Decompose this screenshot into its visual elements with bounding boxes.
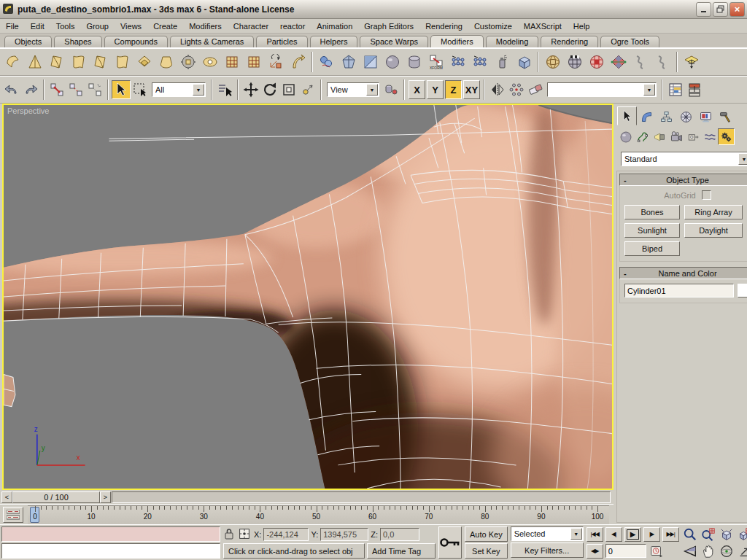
time-slider-track[interactable] — [112, 491, 611, 503]
geometry-category[interactable] — [617, 128, 634, 145]
sphere-red-grid-icon[interactable] — [586, 50, 608, 74]
mesh-points-icon[interactable] — [447, 50, 469, 74]
cylinder-cap-icon[interactable] — [403, 50, 425, 74]
absolute-mode-icon[interactable] — [237, 526, 252, 542]
menu-item-edit[interactable]: Edit — [25, 19, 50, 34]
time-slider-prev-button[interactable]: < — [1, 491, 12, 503]
sphere-wire-icon[interactable] — [542, 50, 564, 74]
field-of-view-button[interactable] — [682, 544, 698, 559]
bind-to-space-warp-button[interactable] — [85, 80, 104, 99]
chevron-down-icon[interactable]: ▼ — [193, 84, 204, 96]
object-color-swatch[interactable] — [738, 284, 747, 298]
select-object-button[interactable] — [112, 80, 131, 99]
key-mode-toggle-button[interactable]: ◀▶ — [587, 544, 603, 559]
motion-tab[interactable] — [676, 108, 696, 125]
zoom-extents-all-button[interactable] — [737, 527, 747, 542]
selection-lock-icon[interactable] — [223, 527, 235, 542]
sunlight-button[interactable]: Sunlight — [624, 223, 680, 238]
menu-item-customize[interactable]: Customize — [468, 19, 518, 34]
restrict-xy-plane-button[interactable]: XY — [463, 80, 480, 99]
modify-tab[interactable] — [637, 108, 657, 125]
unlink-selection-button[interactable] — [66, 80, 85, 99]
spline-ik-icon[interactable] — [630, 50, 651, 74]
go-to-start-button[interactable]: |◀◀ — [587, 527, 603, 542]
system-type-dropdown[interactable]: Standard ▼ — [621, 152, 747, 166]
menu-item-file[interactable]: File — [0, 19, 25, 34]
tab-shapes[interactable]: Shapes — [54, 36, 101, 47]
zoom-all-button[interactable] — [700, 527, 716, 542]
shapes-category[interactable] — [634, 128, 651, 145]
key-filters-button[interactable]: Key Filters... — [511, 542, 584, 558]
systems-category[interactable] — [718, 128, 735, 145]
time-slider-button[interactable]: 0 / 100 — [12, 491, 100, 503]
menu-item-maxscript[interactable]: MAXScript — [518, 19, 568, 34]
spline-ik-2-icon[interactable] — [651, 50, 673, 74]
viewport-perspective[interactable]: Perspective — [2, 104, 614, 490]
selection-set-dropdown[interactable]: Selected ▼ — [511, 526, 584, 541]
tab-ogre-tools[interactable]: Ogre Tools — [600, 36, 659, 47]
close-button[interactable]: × — [729, 2, 745, 17]
ring-array-button[interactable]: Ring Array — [684, 205, 743, 219]
mini-curve-editor-button[interactable] — [3, 507, 23, 523]
select-and-move-button[interactable] — [241, 80, 260, 99]
tab-compounds[interactable]: Compounds — [104, 36, 168, 47]
hierarchy-tab[interactable] — [657, 108, 676, 125]
flip-normals-icon[interactable] — [360, 50, 382, 74]
time-configuration-button[interactable] — [649, 544, 665, 559]
collapse-icon[interactable]: - — [620, 176, 632, 184]
selection-region-button[interactable] — [131, 80, 150, 99]
tab-rendering[interactable]: Rendering — [541, 36, 598, 47]
menu-item-group[interactable]: Group — [80, 19, 115, 34]
create-tab[interactable] — [617, 106, 637, 125]
menu-item-graph-editors[interactable]: Graph Editors — [358, 19, 419, 34]
auto-key-button[interactable]: Auto Key — [465, 526, 508, 542]
skin-modifier-icon[interactable] — [316, 50, 338, 74]
lattice-modifier-icon[interactable] — [221, 50, 243, 74]
viewport-label[interactable]: Perspective — [7, 106, 49, 115]
chevron-down-icon[interactable]: ▼ — [570, 528, 582, 540]
tab-particles[interactable]: Particles — [256, 36, 307, 47]
undo-button[interactable] — [2, 80, 21, 99]
select-and-link-button[interactable] — [47, 80, 66, 99]
x-coord-field[interactable] — [263, 528, 309, 541]
sphere-modifier-icon[interactable] — [382, 50, 403, 74]
menu-item-create[interactable]: Create — [147, 19, 183, 34]
set-keys-button[interactable] — [438, 526, 462, 559]
pan-button[interactable] — [700, 544, 716, 559]
spray-modifier-icon[interactable] — [491, 50, 513, 74]
redo-button[interactable] — [21, 80, 40, 99]
mesh-select-cube-icon[interactable] — [513, 50, 535, 74]
relax-modifier-icon[interactable] — [133, 50, 155, 74]
restrict-x-button[interactable]: X — [409, 80, 425, 99]
arc-rotate-button[interactable] — [719, 544, 735, 559]
select-and-rotate-button[interactable] — [260, 80, 279, 99]
stretch-modifier-icon[interactable] — [112, 50, 133, 74]
biped-button[interactable]: Biped — [624, 241, 680, 256]
tab-space-warps[interactable]: Space Warps — [360, 36, 428, 47]
menu-item-modifiers[interactable]: Modifiers — [183, 19, 228, 34]
time-slider-next-button[interactable]: > — [100, 491, 111, 503]
ffd-modifier-icon[interactable] — [243, 50, 265, 74]
minimize-button[interactable] — [696, 2, 711, 17]
menu-item-animation[interactable]: Animation — [311, 19, 358, 34]
collapse-icon[interactable]: - — [620, 269, 632, 278]
set-key-button[interactable]: Set Key — [465, 543, 508, 559]
push-modifier-icon[interactable] — [177, 50, 199, 74]
curve-editor-button[interactable] — [666, 80, 685, 99]
space-warps-category[interactable] — [701, 128, 718, 145]
select-by-name-button[interactable] — [215, 80, 234, 99]
tab-objects[interactable]: Objects — [4, 36, 52, 47]
align-button[interactable] — [526, 80, 545, 99]
cameras-category[interactable] — [667, 128, 684, 145]
array-button[interactable] — [507, 80, 526, 99]
menu-item-tools[interactable]: Tools — [50, 19, 81, 34]
chevron-down-icon[interactable]: ▼ — [366, 84, 378, 96]
maxscript-listener-input[interactable] — [1, 543, 220, 559]
daylight-button[interactable]: Daylight — [684, 223, 743, 238]
min-max-toggle-button[interactable] — [737, 544, 747, 559]
sphere-checker-icon[interactable] — [564, 50, 586, 74]
previous-frame-button[interactable]: ◀| — [605, 527, 622, 542]
y-coord-field[interactable] — [320, 528, 368, 541]
twist-modifier-icon[interactable] — [46, 50, 68, 74]
current-frame-field[interactable] — [605, 544, 646, 558]
